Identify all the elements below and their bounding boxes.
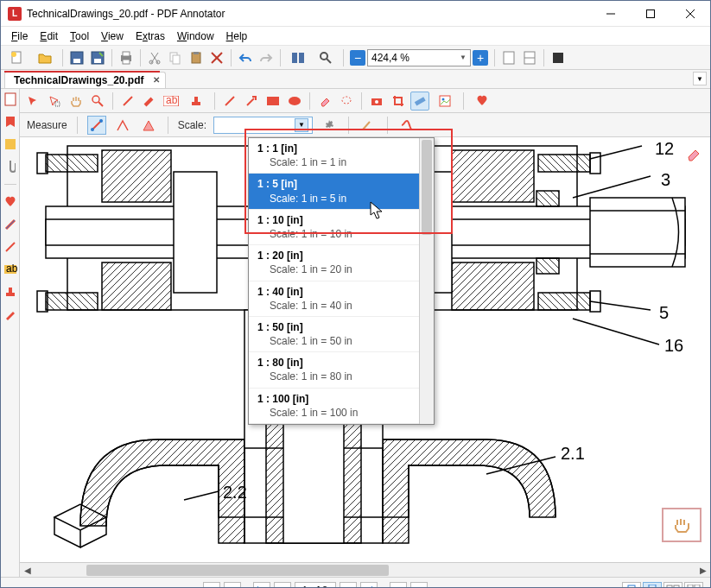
nav-back-button[interactable]: ↶ bbox=[390, 582, 407, 589]
page-fit-button[interactable] bbox=[499, 48, 518, 67]
print-button[interactable] bbox=[117, 48, 136, 67]
select-tool[interactable] bbox=[45, 92, 64, 111]
page-insert-before-button[interactable]: ⎘ bbox=[203, 582, 220, 589]
scale-option-1-10[interactable]: 1 : 10 [in] Scale: 1 in = 10 in bbox=[249, 210, 434, 245]
menu-file[interactable]: File bbox=[6, 28, 33, 44]
arrow-anno[interactable] bbox=[242, 92, 261, 111]
favorites-tool[interactable] bbox=[469, 92, 495, 111]
eraser-tool[interactable] bbox=[315, 92, 334, 111]
cut-button[interactable] bbox=[145, 48, 164, 67]
measure-tool[interactable] bbox=[410, 92, 429, 111]
last-page-button[interactable]: ▶| bbox=[360, 582, 378, 589]
next-page-button[interactable]: ▶ bbox=[340, 582, 357, 589]
image-tool[interactable] bbox=[432, 92, 458, 111]
tab-close-icon[interactable]: ✕ bbox=[153, 75, 160, 85]
menu-tool[interactable]: Tool bbox=[65, 28, 94, 44]
paste-button[interactable] bbox=[187, 48, 206, 67]
lasso-tool[interactable] bbox=[337, 92, 356, 111]
crop-tool[interactable] bbox=[389, 92, 408, 111]
tab-list-button[interactable]: ▼ bbox=[693, 72, 707, 85]
nav-forward-button[interactable]: ↷ bbox=[410, 582, 428, 589]
minimize-button[interactable] bbox=[591, 1, 631, 27]
camera-tool[interactable] bbox=[367, 92, 386, 111]
menu-help[interactable]: Help bbox=[221, 28, 253, 44]
measure-distance-button[interactable] bbox=[87, 116, 106, 135]
open-button[interactable] bbox=[32, 48, 58, 67]
page-width-button[interactable] bbox=[520, 48, 539, 67]
horizontal-scrollbar[interactable]: ◀ ▶ bbox=[20, 562, 710, 577]
pan-mode-box[interactable] bbox=[662, 508, 701, 542]
scale-option-1-40[interactable]: 1 : 40 [in] Scale: 1 in = 40 in bbox=[249, 281, 434, 317]
stamp-red-icon[interactable] bbox=[3, 285, 17, 299]
line-anno[interactable] bbox=[220, 92, 239, 111]
scroll-left-button[interactable]: ◀ bbox=[20, 563, 35, 578]
scale-option-1-1[interactable]: 1 : 1 [in] Scale: 1 in = 1 in bbox=[249, 138, 434, 174]
scale-option-1-20[interactable]: 1 : 20 [in] Scale: 1 in = 20 in bbox=[249, 245, 434, 281]
scale-settings-button[interactable] bbox=[320, 116, 339, 135]
close-button[interactable] bbox=[670, 1, 710, 27]
document-viewport[interactable]: 12 3 5 16 2.1 2.2 1 : 1 [in] Scale: 1 in… bbox=[20, 137, 710, 577]
save-as-button[interactable] bbox=[88, 48, 107, 67]
delete-button[interactable] bbox=[207, 48, 226, 67]
stamp-anno[interactable] bbox=[183, 92, 209, 111]
pen-tool-icon[interactable] bbox=[3, 218, 17, 231]
menu-window[interactable]: Window bbox=[172, 28, 219, 44]
prev-page-button[interactable]: ◀ bbox=[274, 582, 291, 589]
view-single-button[interactable] bbox=[622, 582, 641, 589]
edit-red-icon[interactable] bbox=[3, 307, 17, 321]
scale-option-1-50[interactable]: 1 : 50 [in] Scale: 1 in = 50 in bbox=[249, 317, 434, 352]
view-two-page-button[interactable] bbox=[663, 582, 682, 589]
dropdown-scrollbar[interactable] bbox=[419, 138, 434, 424]
copy-button[interactable] bbox=[166, 48, 185, 67]
undo-button[interactable] bbox=[236, 48, 255, 67]
attachment-icon[interactable] bbox=[3, 160, 17, 174]
menu-extras[interactable]: Extras bbox=[130, 28, 170, 44]
find-button[interactable] bbox=[285, 48, 311, 67]
quick-eraser-icon[interactable] bbox=[682, 142, 705, 165]
document-tab[interactable]: TechnicalDrawings_20.pdf ✕ bbox=[4, 72, 166, 88]
angle-snap-button[interactable] bbox=[359, 116, 378, 135]
snap-to-content-button[interactable] bbox=[397, 116, 416, 135]
menu-edit[interactable]: Edit bbox=[35, 28, 63, 44]
svg-line-37 bbox=[98, 102, 103, 106]
scale-combo[interactable]: ▼ bbox=[213, 117, 313, 134]
new-doc-button[interactable] bbox=[4, 48, 30, 67]
scale-option-1-80[interactable]: 1 : 80 [in] Scale: 1 in = 80 in bbox=[249, 352, 434, 388]
ellipse-anno[interactable] bbox=[285, 92, 304, 111]
page-thumb-icon[interactable] bbox=[3, 92, 17, 106]
zoom-out-button[interactable]: − bbox=[350, 50, 365, 66]
maximize-button[interactable] bbox=[631, 1, 670, 27]
view-two-continuous-button[interactable] bbox=[684, 582, 703, 589]
pen-anno[interactable] bbox=[118, 92, 137, 111]
save-button[interactable] bbox=[67, 48, 86, 67]
measure-perimeter-button[interactable] bbox=[113, 116, 132, 135]
first-page-button[interactable]: |◀ bbox=[253, 582, 270, 589]
scale-option-1-5[interactable]: 1 : 5 [in] Scale: 1 in = 5 in bbox=[249, 174, 434, 209]
pointer-tool[interactable] bbox=[23, 92, 42, 111]
redo-button[interactable] bbox=[257, 48, 276, 67]
fullscreen-button[interactable] bbox=[549, 48, 568, 67]
rect-anno[interactable] bbox=[263, 92, 282, 111]
scroll-right-button[interactable]: ▶ bbox=[695, 563, 710, 578]
menu-view[interactable]: View bbox=[96, 28, 129, 44]
measure-area-button[interactable] bbox=[139, 116, 158, 135]
pan-tool[interactable] bbox=[67, 92, 86, 111]
page-indicator[interactable]: 1 of 8 bbox=[295, 582, 336, 589]
zoom-in-button[interactable]: + bbox=[473, 50, 488, 66]
favorite-icon[interactable] bbox=[3, 195, 17, 209]
zoom-tool[interactable] bbox=[88, 92, 107, 111]
search-button[interactable] bbox=[313, 48, 339, 67]
view-continuous-button[interactable] bbox=[643, 582, 662, 589]
text-highlight-icon[interactable]: ab bbox=[3, 262, 17, 276]
page-insert-after-button[interactable]: ⎗ bbox=[224, 582, 241, 589]
pencil-icon[interactable] bbox=[3, 240, 17, 254]
text-anno[interactable]: ab| bbox=[162, 92, 181, 111]
svg-point-5 bbox=[11, 52, 16, 57]
zoom-field[interactable]: 424,4 %▼ bbox=[367, 49, 471, 66]
scroll-thumb[interactable] bbox=[86, 565, 389, 576]
scale-option-1-100[interactable]: 1 : 100 [in] Scale: 1 in = 100 in bbox=[249, 389, 434, 424]
scale-dropdown-button[interactable]: ▼ bbox=[295, 118, 308, 132]
bookmark-red-icon[interactable] bbox=[3, 115, 17, 129]
note-icon[interactable] bbox=[3, 137, 17, 151]
marker-anno[interactable] bbox=[140, 92, 159, 111]
